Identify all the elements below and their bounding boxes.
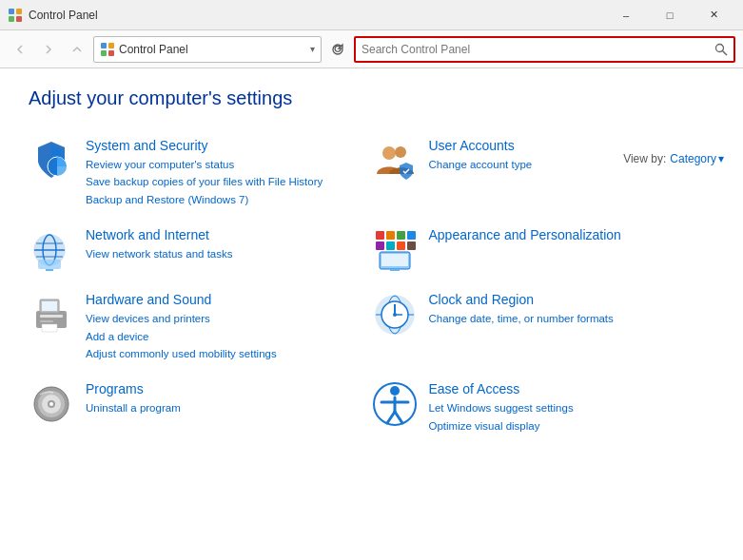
clock-region-icon [372,292,418,338]
title-bar-title: Control Panel [29,9,604,22]
address-bar: Control Panel ▾ [0,30,743,68]
svg-rect-2 [9,16,14,22]
refresh-icon [331,43,344,56]
svg-rect-20 [376,231,384,240]
ease-of-access-icon [372,381,418,427]
appearance-content: Appearance and Personalization [429,227,715,245]
appearance-icon [372,227,418,273]
category-system-security: System and Security Review your computer… [29,128,372,218]
hardware-sound-title[interactable]: Hardware and Sound [86,292,372,307]
programs-link-0[interactable]: Uninstall a program [86,399,372,416]
svg-rect-22 [397,231,405,240]
system-security-link-2[interactable]: Backup and Restore (Windows 7) [86,191,372,208]
svg-rect-0 [9,9,14,14]
view-by-label: View by: [623,152,666,165]
svg-point-49 [390,386,400,396]
search-input[interactable] [362,43,714,56]
hardware-sound-icon [29,292,74,338]
view-by-container: View by: Category ▾ [623,152,724,165]
up-icon [71,44,83,55]
system-security-svg [29,138,74,183]
maximize-button[interactable]: □ [648,0,692,30]
search-button[interactable] [714,43,728,56]
search-icon [714,43,728,56]
svg-rect-6 [101,50,107,56]
svg-line-52 [387,412,395,423]
network-internet-title[interactable]: Network and Internet [86,227,372,242]
close-button[interactable]: ✕ [692,0,735,30]
category-appearance: Appearance and Personalization [372,218,715,282]
address-chevron-icon: ▾ [310,44,315,54]
svg-line-9 [723,50,728,55]
svg-rect-29 [381,254,408,266]
svg-rect-7 [108,50,114,56]
view-by-chevron-icon: ▾ [718,152,724,165]
svg-rect-21 [386,231,395,240]
ease-of-access-svg [372,381,418,427]
system-security-icon [29,138,74,183]
programs-svg [29,381,74,427]
main-content: Adjust your computer's settings View by:… [0,68,743,463]
category-hardware-sound: Hardware and Sound View devices and prin… [29,282,372,372]
clock-region-content: Clock and Region Change date, time, or n… [429,292,715,327]
user-accounts-icon [372,138,418,183]
hardware-sound-svg [29,292,74,338]
svg-rect-30 [390,269,400,271]
network-internet-icon [29,227,74,273]
svg-rect-26 [397,241,405,250]
svg-rect-33 [40,320,53,322]
page-title: Adjust your computer's settings [29,87,714,109]
hardware-sound-link-2[interactable]: Adjust commonly used mobility settings [86,345,372,362]
view-by-dropdown[interactable]: Category ▾ [670,152,724,165]
view-by-value-text: Category [670,152,716,165]
main-area: Adjust your computer's settings View by:… [0,68,743,463]
svg-rect-24 [376,241,384,250]
system-security-link-0[interactable]: Review your computer's status [86,156,372,173]
svg-point-8 [716,44,724,51]
search-box[interactable] [354,36,735,63]
svg-rect-3 [16,16,22,22]
user-accounts-svg [372,138,418,183]
ease-of-access-content: Ease of Access Let Windows suggest setti… [429,381,715,434]
appearance-title[interactable]: Appearance and Personalization [429,227,715,242]
up-button[interactable] [65,37,89,62]
minimize-button[interactable]: – [604,0,648,30]
network-internet-content: Network and Internet View network status… [86,227,372,262]
refresh-button[interactable] [325,37,350,62]
svg-line-53 [395,412,402,423]
svg-rect-4 [101,43,107,48]
title-bar-icon [8,8,23,23]
svg-rect-23 [407,231,416,240]
svg-rect-5 [108,43,114,48]
category-user-accounts: User Accounts Change account type [372,128,715,218]
system-security-link-1[interactable]: Save backup copies of your files with Fi… [86,173,372,190]
forward-button[interactable] [36,37,61,62]
programs-title[interactable]: Programs [86,381,372,396]
clock-region-title[interactable]: Clock and Region [429,292,715,307]
network-internet-link-0[interactable]: View network status and tasks [86,245,372,262]
address-path[interactable]: Control Panel ▾ [93,36,322,63]
svg-point-12 [395,146,406,158]
title-bar-controls: – □ ✕ [604,0,735,30]
programs-icon [29,381,74,427]
user-accounts-title[interactable]: User Accounts [429,138,715,153]
ease-of-access-title[interactable]: Ease of Access [429,381,715,396]
svg-point-48 [49,402,53,406]
svg-rect-35 [42,301,57,311]
back-icon [14,44,26,55]
categories-grid: System and Security Review your computer… [29,128,714,444]
category-ease-of-access: Ease of Access Let Windows suggest setti… [372,372,715,444]
title-bar: Control Panel – □ ✕ [0,0,743,30]
hardware-sound-content: Hardware and Sound View devices and prin… [86,292,372,362]
svg-rect-25 [386,241,395,250]
system-security-title[interactable]: System and Security [86,138,372,153]
ease-of-access-link-1[interactable]: Optimize visual display [429,417,715,434]
svg-point-11 [382,146,396,160]
ease-of-access-link-0[interactable]: Let Windows suggest settings [429,399,715,416]
clock-region-svg [372,292,418,338]
clock-region-link-0[interactable]: Change date, time, or number formats [429,310,715,327]
svg-rect-36 [42,324,57,332]
hardware-sound-link-0[interactable]: View devices and printers [86,310,372,327]
hardware-sound-link-1[interactable]: Add a device [86,328,372,345]
back-button[interactable] [8,37,32,62]
